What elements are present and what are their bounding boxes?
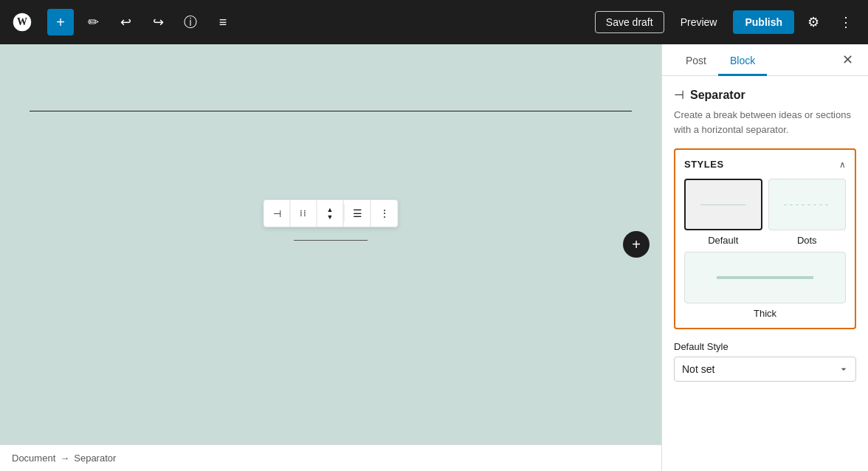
more-options-button[interactable]: ⋮ [833,9,859,35]
close-icon: ✕ [842,52,853,68]
list-icon: ≡ [219,15,227,30]
separator-block-icon: ⊣ [273,208,281,219]
style-preview-line-default [700,204,745,205]
separator-visual-line [294,240,368,241]
styles-panel-header: Styles ∧ [684,159,846,170]
block-info-header: ⊣ Separator [674,88,856,102]
list-view-button[interactable]: ≡ [210,9,236,35]
breadcrumb-document[interactable]: Document [12,453,55,464]
styles-panel-title: Styles [684,159,724,170]
separator-hr-line [30,111,632,111]
plus-floating-icon: + [632,236,641,253]
styles-panel: Styles ∧ Default [674,148,856,329]
breadcrumb-arrow: → [60,453,69,464]
preview-button[interactable]: Preview [670,12,728,32]
toolbar-right: Save draft Preview Publish ⚙ ⋮ [595,9,859,35]
block-more-icon: ⋮ [379,207,390,219]
add-block-toolbar-button[interactable]: + [47,9,74,35]
redo-button[interactable]: ↪ [145,9,171,35]
toolbar: W + ✏ ↩ ↪ ⓘ ≡ Save draft Preview Publish… [0,0,868,44]
breadcrumb-separator[interactable]: Separator [74,453,116,464]
styles-grid: Default Dots Thick [684,179,846,319]
style-option-dots[interactable]: Dots [768,179,847,246]
gear-icon: ⚙ [807,14,819,30]
tools-button[interactable]: ✏ [80,9,106,35]
pencil-icon: ✏ [88,14,99,30]
style-label-thick: Thick [754,308,776,319]
settings-button[interactable]: ⚙ [800,9,827,35]
style-option-default[interactable]: Default [684,179,762,246]
editor-area: ⊣ ⁞⁞ ▲ ▼ ☰ ⋮ [0,44,661,471]
block-info-description: Create a break between ideas or sections… [674,108,856,137]
block-type-button[interactable]: ⊣ [264,200,291,227]
sidebar-close-button[interactable]: ✕ [839,44,856,75]
align-icon: ☰ [353,207,362,219]
style-label-dots: Dots [797,235,817,246]
style-preview-thick [684,252,846,303]
redo-icon: ↪ [153,14,164,30]
move-up-button[interactable]: ▲ ▼ [317,200,344,227]
block-toolbar: ⊣ ⁞⁞ ▲ ▼ ☰ ⋮ [264,199,399,227]
info-icon: ⓘ [184,13,197,31]
save-draft-button[interactable]: Save draft [595,11,664,33]
block-more-options-button[interactable]: ⋮ [371,200,398,227]
sidebar: Post Block ✕ ⊣ Separator Create a break … [661,44,868,471]
block-header-icon: ⊣ [674,88,684,102]
style-label-default: Default [708,235,738,246]
publish-button[interactable]: Publish [733,10,794,34]
style-preview-dots [768,179,847,230]
tab-post[interactable]: Post [674,44,718,76]
drag-icon: ⁞⁞ [300,208,307,219]
style-preview-default [684,179,762,230]
style-preview-line-thick [717,276,813,279]
style-option-thick[interactable]: Thick [684,252,846,319]
sidebar-tabs: Post Block ✕ [662,44,868,76]
info-button[interactable]: ⓘ [177,9,204,35]
style-preview-line-dots [784,204,830,205]
bottom-bar: Document → Separator [0,444,661,471]
default-style-section: Default Style Not set Default Dots Thick [674,341,856,382]
more-icon: ⋮ [839,14,852,30]
undo-button[interactable]: ↩ [112,9,139,35]
tab-block[interactable]: Block [718,44,767,76]
main-area: ⊣ ⁞⁞ ▲ ▼ ☰ ⋮ [0,44,868,471]
default-style-select[interactable]: Not set Default Dots Thick [674,357,856,382]
align-button[interactable]: ☰ [345,200,371,227]
drag-handle-button[interactable]: ⁞⁞ [291,200,317,227]
default-style-label: Default Style [674,341,856,352]
block-info-name: Separator [690,89,745,102]
svg-text:W: W [17,16,27,27]
editor-content[interactable]: ⊣ ⁞⁞ ▲ ▼ ☰ ⋮ [0,44,661,444]
styles-chevron-icon[interactable]: ∧ [839,159,846,170]
sidebar-content: ⊣ Separator Create a break between ideas… [662,76,868,471]
chevron-up-icon: ▲ ▼ [327,207,334,221]
plus-icon: + [56,15,65,30]
add-block-floating-button[interactable]: + [623,231,650,258]
undo-icon: ↩ [120,14,131,30]
wp-logo[interactable]: W [9,9,35,35]
